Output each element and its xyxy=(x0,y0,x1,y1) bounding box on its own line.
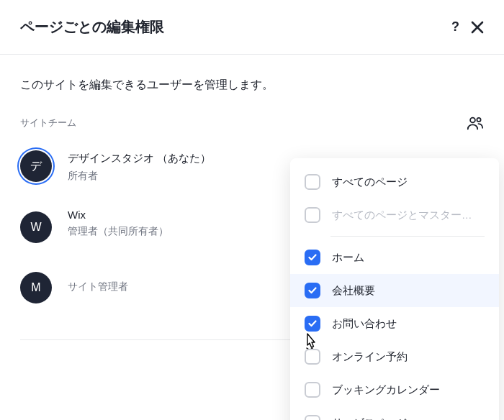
member-name: デザインスタジオ （あなた） xyxy=(68,152,211,165)
avatar: M xyxy=(20,272,52,303)
dropdown-item-service[interactable]: サービスページ xyxy=(290,406,499,420)
subtitle: このサイトを編集できるユーザーを管理します。 xyxy=(20,78,484,93)
dropdown-item-booking[interactable]: オンライン予約 xyxy=(290,340,499,373)
page-select-dropdown: すべてのページ すべてのページとマスター… ホーム 会社概要 お問い合わせ xyxy=(290,158,499,420)
member-body: Wix 管理者（共同所有者） xyxy=(68,207,168,238)
dialog-title: ページごとの編集権限 xyxy=(20,17,164,37)
dropdown-separator xyxy=(330,236,485,237)
dropdown-item-label: すべてのページとマスター… xyxy=(332,209,485,222)
dropdown-item-calendar[interactable]: ブッキングカレンダー xyxy=(290,373,499,406)
member-name-blank xyxy=(68,269,176,280)
avatar: デ xyxy=(20,150,52,182)
dropdown-item-contact[interactable]: お問い合わせ xyxy=(290,307,499,340)
checkbox[interactable] xyxy=(305,207,320,223)
checkbox[interactable] xyxy=(305,382,320,398)
member-role: 所有者 xyxy=(68,170,211,183)
checkbox[interactable] xyxy=(305,174,320,190)
checkbox[interactable] xyxy=(305,415,320,420)
section-label: サイトチーム xyxy=(20,117,76,129)
dropdown-item-home[interactable]: ホーム xyxy=(290,241,499,274)
checkbox[interactable] xyxy=(305,250,320,265)
dropdown-item-label: すべてのページ xyxy=(332,175,485,189)
dropdown-item-label: ブッキングカレンダー xyxy=(332,383,485,397)
checkbox[interactable] xyxy=(305,349,320,365)
dialog-header: ページごとの編集権限 ? xyxy=(0,0,504,55)
dropdown-item-company[interactable]: 会社概要 xyxy=(290,274,499,307)
svg-point-1 xyxy=(477,118,480,122)
section-header: サイトチーム xyxy=(20,116,484,130)
dropdown-item-label: 会社概要 xyxy=(332,284,485,298)
dropdown-item-all-pages-master[interactable]: すべてのページとマスター… xyxy=(290,198,499,232)
svg-point-0 xyxy=(470,118,475,123)
dropdown-item-label: ホーム xyxy=(332,251,485,265)
member-name: Wix xyxy=(68,209,168,221)
team-icon[interactable] xyxy=(467,116,484,130)
checkbox[interactable] xyxy=(305,283,320,298)
checkbox[interactable] xyxy=(305,316,320,332)
member-body: デザインスタジオ （あなた） 所有者 xyxy=(68,150,211,183)
member-body: サイト管理者 xyxy=(68,268,176,293)
dropdown-item-all-pages[interactable]: すべてのページ xyxy=(290,165,499,198)
dropdown-item-label: サービスページ xyxy=(332,416,485,421)
dropdown-item-label: オンライン予約 xyxy=(332,350,485,364)
dropdown-item-label: お問い合わせ xyxy=(332,317,485,331)
member-role: サイト管理者 xyxy=(68,280,176,293)
header-controls: ? xyxy=(451,19,484,35)
dialog-content: このサイトを編集できるユーザーを管理します。 サイトチーム デ デザインスタジオ… xyxy=(0,55,504,340)
close-icon[interactable] xyxy=(471,21,484,34)
help-icon[interactable]: ? xyxy=(451,19,459,35)
avatar: W xyxy=(20,211,52,243)
member-role: 管理者（共同所有者） xyxy=(68,225,168,238)
